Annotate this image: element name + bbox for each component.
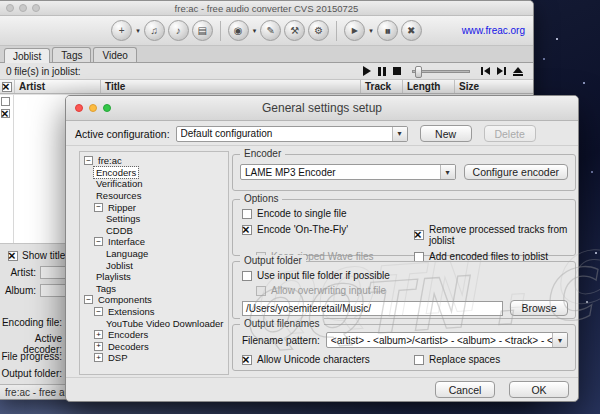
checkbox-box[interactable]	[414, 230, 424, 240]
tree-item-ripper-settings[interactable]: Settings	[82, 213, 226, 225]
start-encoding-dropdown-caret-icon[interactable]: ▾	[369, 27, 373, 35]
checkbox-box[interactable]	[242, 209, 252, 219]
column-header-title[interactable]: Title	[101, 80, 361, 93]
encode-on-the-fly-checkbox[interactable]: Encode 'On-The-Fly'	[242, 224, 414, 235]
checkbox-box[interactable]	[242, 271, 252, 281]
select-all-checkbox[interactable]	[0, 80, 15, 93]
tree-item-freac[interactable]: fre:ac	[82, 155, 226, 167]
chevron-down-icon[interactable]	[440, 165, 455, 179]
configure-encoder-button[interactable]: Configure encoder	[464, 164, 568, 180]
toolbox-button[interactable]: ⚒	[284, 20, 305, 41]
output-folder-path-input[interactable]: /Users/yosemiteretail/Music/	[242, 301, 503, 316]
expander-minus-icon[interactable]	[94, 237, 103, 246]
active-configuration-value: Default configuration	[181, 128, 392, 139]
tree-item-components-decoders[interactable]: Decoders	[82, 341, 226, 353]
new-configuration-button[interactable]: New	[420, 125, 472, 142]
tree-item-cddb[interactable]: CDDB	[82, 225, 226, 237]
column-header-size[interactable]: Size	[455, 80, 533, 93]
select-all-checkbox-box[interactable]	[2, 82, 12, 92]
expander-minus-icon[interactable]	[94, 203, 103, 212]
next-track-button[interactable]	[497, 67, 506, 75]
tree-item-resources[interactable]: Resources	[82, 190, 226, 202]
checkbox-box[interactable]	[414, 252, 424, 262]
tab-video[interactable]: Video	[93, 47, 136, 62]
remove-processed-tracks-checkbox[interactable]: Remove processed tracks from joblist	[414, 224, 568, 246]
use-input-folder-checkbox[interactable]: Use input file folder if possible	[242, 270, 568, 281]
replace-spaces-checkbox[interactable]: Replace spaces	[414, 354, 568, 365]
main-window-title: fre:ac - free audio converter CVS 201507…	[0, 3, 533, 14]
tree-item-encoders[interactable]: Encoders	[82, 167, 226, 179]
output-folder-group-label: Output folder	[240, 255, 306, 266]
encode-single-file-checkbox[interactable]: Encode to single file	[242, 208, 568, 219]
dialog-titlebar[interactable]: General settings setup	[66, 96, 578, 121]
stop-button[interactable]	[393, 67, 401, 75]
expander-minus-icon[interactable]	[84, 156, 93, 165]
expander-minus-icon[interactable]	[94, 307, 103, 316]
freac-homepage-link[interactable]: www.freac.org	[462, 25, 525, 36]
start-encoding-button[interactable]: ▶	[344, 20, 365, 41]
cd-edit-icon: ✎	[267, 25, 275, 36]
tree-item-verification[interactable]: Verification	[82, 178, 226, 190]
expander-plus-icon[interactable]	[94, 353, 103, 362]
playback-controls	[363, 66, 523, 76]
joblist-music-button[interactable]: ♪	[168, 20, 189, 41]
show-title-info-checkbox[interactable]	[8, 251, 18, 261]
ok-button[interactable]: OK	[509, 381, 569, 398]
play-button[interactable]	[363, 66, 371, 76]
main-window-titlebar[interactable]: fre:ac - free audio converter CVS 201507…	[0, 1, 533, 16]
settings-button[interactable]: ⚙	[308, 20, 329, 41]
stop-encoding-button[interactable]: ✖	[401, 20, 422, 41]
expander-minus-icon[interactable]	[84, 295, 93, 304]
active-configuration-label: Active configuration:	[75, 128, 170, 140]
toolbar-separator	[336, 21, 337, 41]
previous-track-button[interactable]	[481, 67, 490, 75]
cd-lookup-button[interactable]: ◉	[228, 20, 249, 41]
column-header-length[interactable]: Length	[403, 80, 455, 93]
expander-plus-icon[interactable]	[94, 342, 103, 351]
tree-item-components[interactable]: Components	[82, 294, 226, 306]
add-files-dropdown-caret-icon[interactable]: ▾	[136, 27, 140, 35]
checkbox-box[interactable]	[414, 355, 424, 365]
seek-slider-handle[interactable]	[415, 66, 422, 78]
pause-button[interactable]	[378, 67, 386, 76]
cd-lookup-dropdown-caret-icon[interactable]: ▾	[253, 27, 257, 35]
row-checkbox[interactable]	[1, 97, 10, 106]
pause-encoding-button[interactable]: ▮▮	[377, 20, 398, 41]
checkbox-box[interactable]	[242, 355, 252, 365]
row-checkboxes	[1, 97, 10, 118]
eject-button[interactable]	[513, 67, 523, 76]
checkbox-box[interactable]	[242, 225, 252, 235]
tab-joblist[interactable]: Joblist	[4, 48, 50, 63]
tab-tags[interactable]: Tags	[52, 47, 91, 62]
row-checkbox[interactable]	[1, 109, 10, 118]
active-configuration-select[interactable]: Default configuration	[176, 126, 408, 142]
allow-overwriting-checkbox: Allow overwriting input file	[256, 285, 568, 296]
document-button[interactable]: ▤	[192, 20, 213, 41]
tree-item-components-encoders[interactable]: Encoders	[82, 329, 226, 341]
settings-tree[interactable]: fre:ac Encoders Verification Resources R…	[79, 151, 229, 375]
encoder-select[interactable]: LAME MP3 Encoder	[240, 164, 456, 180]
tree-item-components-dsp[interactable]: DSP	[82, 352, 226, 364]
expander-plus-icon[interactable]	[94, 330, 103, 339]
tree-item-interface[interactable]: Interface	[82, 236, 226, 248]
column-header-track[interactable]: Track	[361, 80, 403, 93]
cd-edit-button[interactable]: ✎	[260, 20, 281, 41]
tree-item-extensions[interactable]: Extensions	[82, 306, 226, 318]
seek-slider[interactable]	[412, 70, 470, 73]
chevron-down-icon[interactable]	[392, 127, 407, 141]
tree-item-joblist[interactable]: Joblist	[82, 259, 226, 271]
filename-pattern-select[interactable]: <artist> - <album>/<artist> - <album> - …	[326, 332, 568, 348]
column-header-artist[interactable]: Artist	[15, 80, 101, 93]
add-files-button[interactable]: +	[111, 20, 132, 41]
allow-unicode-checkbox[interactable]: Allow Unicode characters	[242, 354, 414, 365]
cancel-button[interactable]: Cancel	[435, 381, 495, 398]
tree-item-youtube-downloader[interactable]: YouTube Video Downloader	[82, 317, 226, 329]
chevron-down-icon[interactable]	[552, 333, 567, 347]
tree-item-ripper[interactable]: Ripper	[82, 201, 226, 213]
options-group-label: Options	[240, 193, 282, 204]
tree-item-tags[interactable]: Tags	[82, 283, 226, 295]
tree-item-playlists[interactable]: Playlists	[82, 271, 226, 283]
tree-item-language[interactable]: Language	[82, 248, 226, 260]
browse-button[interactable]: Browse	[510, 300, 568, 316]
add-cd-tracks-button[interactable]: ♫	[144, 20, 165, 41]
